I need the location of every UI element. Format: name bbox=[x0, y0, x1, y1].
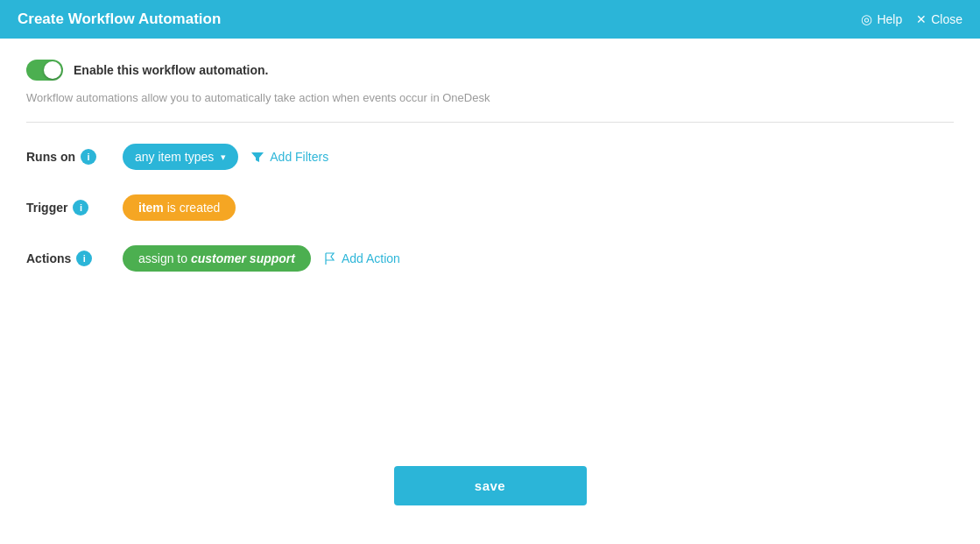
save-button[interactable]: save bbox=[394, 466, 587, 505]
header: Create Workflow Automation ◎ Help ✕ Clos… bbox=[0, 0, 980, 39]
add-filters-label: Add Filters bbox=[270, 150, 328, 164]
actions-controls: assign to customer support Add Action bbox=[123, 245, 400, 272]
actions-text: Actions bbox=[26, 251, 71, 265]
toggle-label: Enable this workflow automation. bbox=[74, 63, 268, 77]
action-badge-text: assign to bbox=[138, 251, 191, 265]
toggle-knob bbox=[44, 61, 61, 79]
enable-toggle[interactable] bbox=[26, 60, 63, 81]
divider bbox=[26, 122, 954, 123]
trigger-row: Trigger i item is created bbox=[26, 194, 954, 221]
add-action-button[interactable]: Add Action bbox=[323, 251, 400, 265]
chevron-down-icon: ▾ bbox=[221, 152, 226, 163]
add-action-label: Add Action bbox=[342, 251, 400, 265]
trigger-badge[interactable]: item is created bbox=[123, 194, 236, 221]
page-title: Create Workflow Automation bbox=[18, 11, 221, 28]
runs-on-controls: any item types ▾ Add Filters bbox=[123, 144, 328, 170]
runs-on-text: Runs on bbox=[26, 150, 75, 164]
dropdown-text: any item types bbox=[135, 150, 214, 164]
save-section: save bbox=[26, 466, 954, 523]
runs-on-label: Runs on i bbox=[26, 149, 123, 165]
close-icon: ✕ bbox=[916, 12, 927, 26]
help-label: Help bbox=[877, 12, 902, 26]
action-badge[interactable]: assign to customer support bbox=[123, 245, 311, 272]
trigger-label: Trigger i bbox=[26, 200, 123, 215]
close-label: Close bbox=[931, 12, 962, 26]
description-text: Workflow automations allow you to automa… bbox=[26, 91, 954, 104]
item-types-dropdown[interactable]: any item types ▾ bbox=[123, 144, 238, 170]
trigger-info-icon[interactable]: i bbox=[73, 200, 88, 215]
close-button[interactable]: ✕ Close bbox=[916, 12, 962, 26]
add-filters-button[interactable]: Add Filters bbox=[250, 150, 328, 164]
actions-row: Actions i assign to customer support Add… bbox=[26, 245, 954, 272]
flag-icon bbox=[323, 252, 336, 265]
trigger-item-text: item bbox=[138, 201, 164, 215]
toggle-row: Enable this workflow automation. bbox=[26, 60, 954, 81]
action-badge-emphasis: customer support bbox=[191, 251, 295, 265]
trigger-text: Trigger bbox=[26, 201, 67, 215]
help-circle-icon: ◎ bbox=[861, 11, 872, 27]
actions-label: Actions i bbox=[26, 251, 123, 266]
runs-on-info-icon[interactable]: i bbox=[81, 149, 96, 165]
filter-icon bbox=[250, 150, 264, 164]
trigger-controls: item is created bbox=[123, 194, 236, 221]
runs-on-row: Runs on i any item types ▾ Add Filters bbox=[26, 144, 954, 170]
actions-info-icon[interactable]: i bbox=[76, 251, 92, 266]
content-area: Enable this workflow automation. Workflo… bbox=[0, 39, 980, 544]
header-actions: ◎ Help ✕ Close bbox=[861, 11, 962, 27]
help-button[interactable]: ◎ Help bbox=[861, 11, 902, 27]
trigger-action-text: is created bbox=[167, 201, 221, 215]
